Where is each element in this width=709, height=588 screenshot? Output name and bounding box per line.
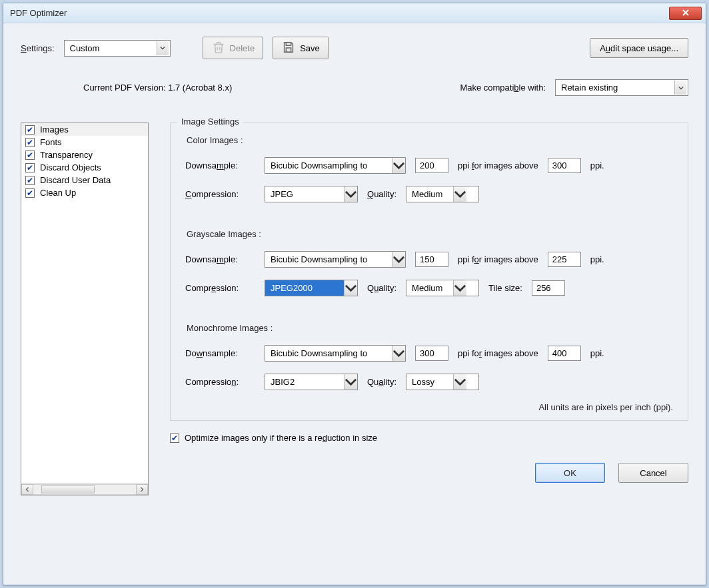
optimize-checkbox[interactable]: ✔ (170, 434, 179, 443)
compat-label: Make compatible with: (460, 83, 546, 93)
ppi-for-label: ppi for images above (458, 348, 538, 358)
check-icon: ✔ (27, 189, 33, 197)
svg-rect-0 (287, 42, 291, 45)
check-icon: ✔ (27, 151, 33, 159)
chevron-down-icon (157, 41, 169, 55)
color-images-head: Color Images : (187, 135, 673, 145)
gray-downsample-select[interactable]: Bicubic Downsampling to (265, 251, 406, 268)
delete-button[interactable]: Delete (203, 37, 264, 59)
mono-downsample-select[interactable]: Bicubic Downsampling to (265, 345, 406, 362)
cancel-button[interactable]: Cancel (618, 463, 688, 483)
trash-icon (211, 40, 226, 57)
window-title: PDF Optimizer (10, 8, 67, 18)
fieldset-legend: Image Settings (177, 117, 243, 127)
ok-button[interactable]: OK (535, 463, 605, 483)
save-button-label: Save (300, 43, 320, 53)
audit-space-button[interactable]: Audit space usage... (590, 38, 688, 58)
sidebar-checkbox[interactable]: ✔ (25, 150, 35, 160)
sidebar-item-discard-user-data[interactable]: ✔Discard User Data (21, 174, 148, 186)
settings-label: Settings: (21, 43, 55, 53)
sidebar-item-clean-up[interactable]: ✔Clean Up (21, 186, 148, 199)
sidebar-item-images[interactable]: ✔Images (21, 123, 148, 136)
sidebar-checkbox[interactable]: ✔ (25, 176, 35, 185)
image-settings-fieldset: Image Settings Color Images : Downsample… (170, 123, 688, 421)
save-icon (281, 40, 296, 57)
sidebar-checkbox[interactable]: ✔ (25, 138, 35, 147)
gray-tile-input[interactable] (532, 280, 565, 296)
tile-label: Tile size: (488, 283, 522, 293)
color-downsample-label: Downsample: (185, 160, 255, 170)
current-version-label: Current PDF Version: 1.7 (Acrobat 8.x) (83, 83, 232, 93)
gray-images-head: Grayscale Images : (187, 229, 673, 239)
sidebar-item-fonts[interactable]: ✔Fonts (21, 136, 148, 148)
svg-rect-1 (287, 47, 291, 51)
gray-quality-select[interactable]: Medium (406, 280, 479, 296)
color-compression-select[interactable]: JPEG (265, 186, 358, 202)
gray-above-input[interactable] (548, 252, 581, 267)
color-downsample-select[interactable]: Bicubic Downsampling to (265, 157, 406, 174)
chevron-down-icon (344, 186, 357, 202)
chevron-down-icon (392, 252, 405, 267)
optimize-label: Optimize images only if there is a reduc… (185, 433, 377, 443)
compat-select-value: Retain existing (561, 83, 618, 93)
mono-downsample-label: Downsample: (185, 348, 255, 358)
sidebar-item-label: Discard User Data (40, 175, 111, 185)
scroll-right-icon[interactable] (136, 484, 148, 495)
compat-select[interactable]: Retain existing (555, 79, 688, 96)
audit-space-label: Audit space usage... (600, 43, 678, 53)
chevron-down-icon (392, 346, 405, 361)
mono-compression-select[interactable]: JBIG2 (265, 374, 358, 390)
sidebar-checkbox[interactable]: ✔ (25, 163, 35, 172)
sidebar-item-label: Discard Objects (40, 162, 101, 172)
ppi-for-label: ppi for images above (458, 254, 538, 264)
quality-label: Quality: (367, 377, 396, 387)
gray-ppi-input[interactable] (415, 252, 448, 267)
save-button[interactable]: Save (273, 37, 329, 59)
chevron-down-icon (344, 374, 357, 390)
sidebar-item-label: Images (40, 125, 69, 135)
close-button[interactable] (669, 7, 702, 20)
delete-button-label: Delete (230, 43, 255, 53)
mono-images-head: Monochrome Images : (187, 323, 673, 333)
ppi-tail: ppi. (590, 160, 604, 170)
sidebar-item-label: Transparency (40, 150, 93, 160)
ppi-tail: ppi. (590, 254, 604, 264)
sidebar-checkbox[interactable]: ✔ (25, 188, 35, 198)
mono-quality-select[interactable]: Lossy (406, 374, 479, 390)
gray-compression-label: Compression: (185, 283, 255, 293)
sidebar-checkbox[interactable]: ✔ (25, 125, 35, 135)
sidebar-item-label: Clean Up (40, 188, 76, 198)
ppi-for-label: ppi for images above (458, 160, 538, 170)
chevron-down-icon (392, 158, 405, 173)
sidebar-item-discard-objects[interactable]: ✔Discard Objects (21, 161, 148, 174)
chevron-down-icon (453, 186, 466, 202)
color-quality-select[interactable]: Medium (406, 186, 479, 202)
chevron-down-icon (344, 280, 357, 296)
check-icon: ✔ (27, 176, 33, 184)
sidebar-scrollbar[interactable] (21, 483, 148, 495)
chevron-down-icon (453, 280, 466, 296)
gray-compression-select[interactable]: JPEG2000 (265, 280, 358, 296)
category-sidebar: ✔Images✔Fonts✔Transparency✔Discard Objec… (21, 123, 149, 495)
check-icon: ✔ (171, 434, 178, 442)
color-above-input[interactable] (548, 158, 581, 173)
units-note: All units are in pixels per inch (ppi). (185, 402, 673, 412)
chevron-down-icon (453, 374, 466, 390)
title-bar: PDF Optimizer (3, 3, 706, 23)
mono-ppi-input[interactable] (415, 346, 448, 361)
settings-select[interactable]: Custom (64, 40, 171, 57)
dialog-window: PDF Optimizer Settings: Custom Delete Sa… (3, 3, 706, 585)
gray-downsample-label: Downsample: (185, 254, 255, 264)
quality-label: Quality: (367, 189, 396, 199)
mono-above-input[interactable] (548, 346, 581, 361)
color-ppi-input[interactable] (415, 158, 448, 173)
scroll-thumb[interactable] (41, 485, 95, 493)
close-icon (682, 8, 689, 18)
sidebar-item-transparency[interactable]: ✔Transparency (21, 148, 148, 161)
scroll-left-icon[interactable] (21, 484, 33, 495)
chevron-down-icon (674, 81, 686, 95)
ppi-tail: ppi. (590, 348, 604, 358)
quality-label: Quality: (367, 283, 396, 293)
scroll-track[interactable] (33, 484, 136, 495)
mono-compression-label: Compression: (185, 377, 255, 387)
